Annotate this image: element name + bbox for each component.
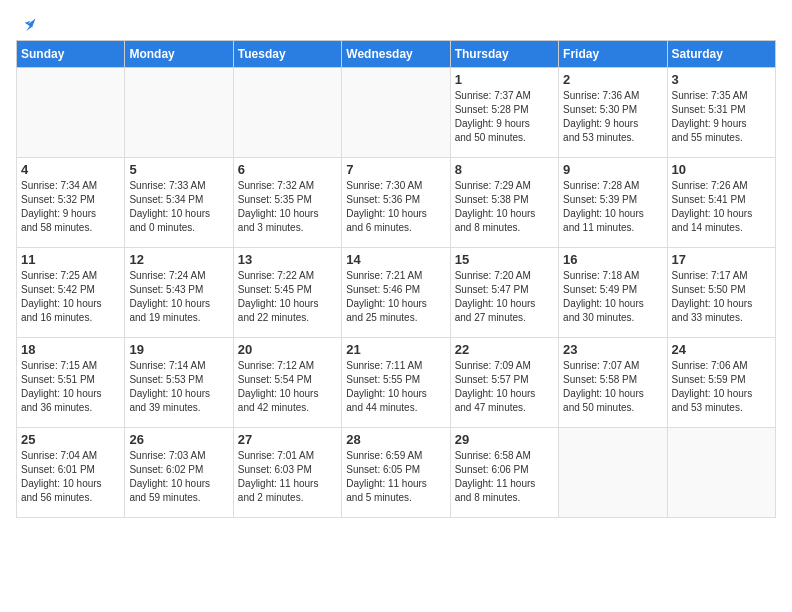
calendar-day-cell: 14Sunrise: 7:21 AM Sunset: 5:46 PM Dayli… xyxy=(342,248,450,338)
calendar-day-cell: 20Sunrise: 7:12 AM Sunset: 5:54 PM Dayli… xyxy=(233,338,341,428)
calendar-week-row: 4Sunrise: 7:34 AM Sunset: 5:32 PM Daylig… xyxy=(17,158,776,248)
calendar-day-cell: 15Sunrise: 7:20 AM Sunset: 5:47 PM Dayli… xyxy=(450,248,558,338)
calendar-day-cell xyxy=(17,68,125,158)
day-number: 9 xyxy=(563,162,662,177)
day-info: Sunrise: 7:34 AM Sunset: 5:32 PM Dayligh… xyxy=(21,179,120,235)
calendar-day-cell: 1Sunrise: 7:37 AM Sunset: 5:28 PM Daylig… xyxy=(450,68,558,158)
day-info: Sunrise: 7:30 AM Sunset: 5:36 PM Dayligh… xyxy=(346,179,445,235)
day-info: Sunrise: 7:12 AM Sunset: 5:54 PM Dayligh… xyxy=(238,359,337,415)
day-of-week-header: Saturday xyxy=(667,41,775,68)
calendar-day-cell: 12Sunrise: 7:24 AM Sunset: 5:43 PM Dayli… xyxy=(125,248,233,338)
day-number: 7 xyxy=(346,162,445,177)
day-number: 26 xyxy=(129,432,228,447)
calendar-day-cell xyxy=(667,428,775,518)
day-number: 27 xyxy=(238,432,337,447)
calendar-day-cell: 25Sunrise: 7:04 AM Sunset: 6:01 PM Dayli… xyxy=(17,428,125,518)
day-number: 10 xyxy=(672,162,771,177)
calendar-day-cell: 21Sunrise: 7:11 AM Sunset: 5:55 PM Dayli… xyxy=(342,338,450,428)
day-number: 28 xyxy=(346,432,445,447)
calendar-day-cell: 27Sunrise: 7:01 AM Sunset: 6:03 PM Dayli… xyxy=(233,428,341,518)
calendar-day-cell: 18Sunrise: 7:15 AM Sunset: 5:51 PM Dayli… xyxy=(17,338,125,428)
logo xyxy=(16,16,38,36)
calendar-day-cell: 9Sunrise: 7:28 AM Sunset: 5:39 PM Daylig… xyxy=(559,158,667,248)
calendar-day-cell: 5Sunrise: 7:33 AM Sunset: 5:34 PM Daylig… xyxy=(125,158,233,248)
day-number: 20 xyxy=(238,342,337,357)
day-number: 5 xyxy=(129,162,228,177)
day-info: Sunrise: 7:29 AM Sunset: 5:38 PM Dayligh… xyxy=(455,179,554,235)
day-info: Sunrise: 7:33 AM Sunset: 5:34 PM Dayligh… xyxy=(129,179,228,235)
day-info: Sunrise: 7:35 AM Sunset: 5:31 PM Dayligh… xyxy=(672,89,771,145)
day-number: 23 xyxy=(563,342,662,357)
day-of-week-header: Sunday xyxy=(17,41,125,68)
day-number: 24 xyxy=(672,342,771,357)
day-info: Sunrise: 7:15 AM Sunset: 5:51 PM Dayligh… xyxy=(21,359,120,415)
day-info: Sunrise: 7:18 AM Sunset: 5:49 PM Dayligh… xyxy=(563,269,662,325)
day-info: Sunrise: 7:32 AM Sunset: 5:35 PM Dayligh… xyxy=(238,179,337,235)
day-info: Sunrise: 7:20 AM Sunset: 5:47 PM Dayligh… xyxy=(455,269,554,325)
day-of-week-header: Wednesday xyxy=(342,41,450,68)
day-number: 14 xyxy=(346,252,445,267)
calendar-day-cell xyxy=(233,68,341,158)
day-number: 11 xyxy=(21,252,120,267)
calendar-day-cell: 22Sunrise: 7:09 AM Sunset: 5:57 PM Dayli… xyxy=(450,338,558,428)
calendar-header-row: SundayMondayTuesdayWednesdayThursdayFrid… xyxy=(17,41,776,68)
calendar-week-row: 25Sunrise: 7:04 AM Sunset: 6:01 PM Dayli… xyxy=(17,428,776,518)
day-number: 2 xyxy=(563,72,662,87)
day-of-week-header: Friday xyxy=(559,41,667,68)
day-number: 3 xyxy=(672,72,771,87)
day-info: Sunrise: 7:04 AM Sunset: 6:01 PM Dayligh… xyxy=(21,449,120,505)
calendar-day-cell: 23Sunrise: 7:07 AM Sunset: 5:58 PM Dayli… xyxy=(559,338,667,428)
day-info: Sunrise: 7:01 AM Sunset: 6:03 PM Dayligh… xyxy=(238,449,337,505)
day-of-week-header: Thursday xyxy=(450,41,558,68)
day-number: 4 xyxy=(21,162,120,177)
day-info: Sunrise: 7:09 AM Sunset: 5:57 PM Dayligh… xyxy=(455,359,554,415)
day-info: Sunrise: 7:28 AM Sunset: 5:39 PM Dayligh… xyxy=(563,179,662,235)
day-number: 19 xyxy=(129,342,228,357)
day-number: 1 xyxy=(455,72,554,87)
day-info: Sunrise: 7:21 AM Sunset: 5:46 PM Dayligh… xyxy=(346,269,445,325)
day-number: 18 xyxy=(21,342,120,357)
day-info: Sunrise: 7:37 AM Sunset: 5:28 PM Dayligh… xyxy=(455,89,554,145)
calendar-day-cell: 13Sunrise: 7:22 AM Sunset: 5:45 PM Dayli… xyxy=(233,248,341,338)
calendar-day-cell xyxy=(559,428,667,518)
day-info: Sunrise: 7:14 AM Sunset: 5:53 PM Dayligh… xyxy=(129,359,228,415)
calendar-day-cell xyxy=(125,68,233,158)
day-info: Sunrise: 7:03 AM Sunset: 6:02 PM Dayligh… xyxy=(129,449,228,505)
day-info: Sunrise: 6:58 AM Sunset: 6:06 PM Dayligh… xyxy=(455,449,554,505)
logo-bird-icon xyxy=(18,16,38,36)
calendar-day-cell: 2Sunrise: 7:36 AM Sunset: 5:30 PM Daylig… xyxy=(559,68,667,158)
calendar-day-cell: 6Sunrise: 7:32 AM Sunset: 5:35 PM Daylig… xyxy=(233,158,341,248)
calendar-week-row: 11Sunrise: 7:25 AM Sunset: 5:42 PM Dayli… xyxy=(17,248,776,338)
page-header xyxy=(16,16,776,36)
day-number: 17 xyxy=(672,252,771,267)
day-info: Sunrise: 7:26 AM Sunset: 5:41 PM Dayligh… xyxy=(672,179,771,235)
day-number: 8 xyxy=(455,162,554,177)
day-info: Sunrise: 7:07 AM Sunset: 5:58 PM Dayligh… xyxy=(563,359,662,415)
calendar-day-cell: 24Sunrise: 7:06 AM Sunset: 5:59 PM Dayli… xyxy=(667,338,775,428)
calendar-day-cell xyxy=(342,68,450,158)
day-info: Sunrise: 7:17 AM Sunset: 5:50 PM Dayligh… xyxy=(672,269,771,325)
calendar-day-cell: 3Sunrise: 7:35 AM Sunset: 5:31 PM Daylig… xyxy=(667,68,775,158)
calendar-day-cell: 28Sunrise: 6:59 AM Sunset: 6:05 PM Dayli… xyxy=(342,428,450,518)
day-number: 12 xyxy=(129,252,228,267)
day-info: Sunrise: 7:25 AM Sunset: 5:42 PM Dayligh… xyxy=(21,269,120,325)
day-info: Sunrise: 7:36 AM Sunset: 5:30 PM Dayligh… xyxy=(563,89,662,145)
day-of-week-header: Monday xyxy=(125,41,233,68)
day-info: Sunrise: 7:24 AM Sunset: 5:43 PM Dayligh… xyxy=(129,269,228,325)
day-number: 29 xyxy=(455,432,554,447)
day-info: Sunrise: 6:59 AM Sunset: 6:05 PM Dayligh… xyxy=(346,449,445,505)
day-number: 21 xyxy=(346,342,445,357)
day-number: 6 xyxy=(238,162,337,177)
calendar-day-cell: 26Sunrise: 7:03 AM Sunset: 6:02 PM Dayli… xyxy=(125,428,233,518)
calendar-day-cell: 19Sunrise: 7:14 AM Sunset: 5:53 PM Dayli… xyxy=(125,338,233,428)
calendar-table: SundayMondayTuesdayWednesdayThursdayFrid… xyxy=(16,40,776,518)
calendar-day-cell: 17Sunrise: 7:17 AM Sunset: 5:50 PM Dayli… xyxy=(667,248,775,338)
day-of-week-header: Tuesday xyxy=(233,41,341,68)
day-number: 15 xyxy=(455,252,554,267)
day-number: 22 xyxy=(455,342,554,357)
calendar-day-cell: 8Sunrise: 7:29 AM Sunset: 5:38 PM Daylig… xyxy=(450,158,558,248)
calendar-day-cell: 4Sunrise: 7:34 AM Sunset: 5:32 PM Daylig… xyxy=(17,158,125,248)
day-number: 16 xyxy=(563,252,662,267)
day-info: Sunrise: 7:11 AM Sunset: 5:55 PM Dayligh… xyxy=(346,359,445,415)
calendar-week-row: 18Sunrise: 7:15 AM Sunset: 5:51 PM Dayli… xyxy=(17,338,776,428)
